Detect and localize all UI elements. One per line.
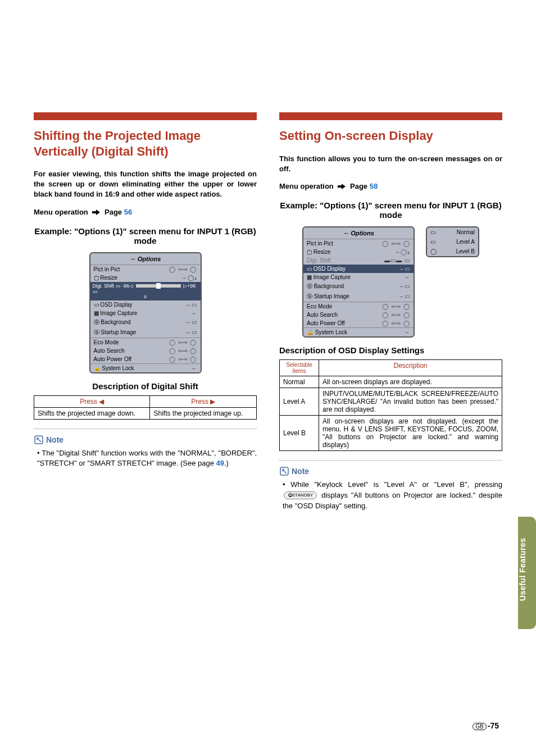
osd-item: Eco Mode: [94, 339, 119, 345]
osd-screenshot-left: ↔ Options Pict in Pict◯ ⇦⇨ ◯ ▢ Resize→◯₁…: [34, 252, 257, 374]
table-cell: Normal: [280, 376, 319, 388]
osd-item: System Lock: [102, 365, 134, 371]
menuop-page-label: Page: [105, 208, 122, 216]
table-cell: INPUT/VOLUME/MUTE/BLACK SCREEN/FREEZE/AU…: [319, 388, 502, 415]
section-bar: [34, 112, 257, 120]
toggle-icon: ◯ ⇦⇨ ◯: [382, 312, 410, 318]
example-heading-left: Example: "Options (1)" screen menu for I…: [34, 226, 257, 245]
osd-item: OSD Display: [100, 302, 132, 308]
submenu-item: Normal: [457, 229, 475, 235]
osd-submenu: ▭Normal ▭Level A ◯Level B: [426, 226, 479, 257]
osd-item: Resize: [314, 249, 331, 255]
intro-left: For easier viewing, this function shifts…: [34, 169, 257, 200]
page-link-49[interactable]: 49: [216, 459, 224, 467]
osd-item: Digi. Shift: [93, 283, 115, 289]
note-icon: [34, 435, 44, 445]
osd-item: Image Capture: [100, 310, 137, 316]
osd-item: Resize: [100, 275, 117, 281]
arrow-icon: →▭: [185, 329, 197, 335]
osd-item: Auto Power Off: [94, 356, 132, 362]
note-heading: Note: [279, 466, 502, 476]
page-number: -75: [488, 721, 499, 730]
osd-item-highlighted: ▭ OSD Display→▭: [303, 265, 414, 273]
svg-marker-2: [338, 184, 346, 189]
menuop-prefix: Menu operation: [279, 182, 334, 190]
table-cell: All on-screen displays are displayed.: [319, 376, 502, 388]
table-cell: Level B: [280, 415, 319, 450]
arrow-icon: →▭: [398, 293, 410, 299]
standby-button-icon: ⏻STANDBY: [284, 491, 317, 499]
note-body-left: • The "Digital Shift" function works wit…: [34, 448, 257, 470]
osd-slider-row: Digi. Shift ▭ -96◁ ▷+96 ▭ 0: [90, 282, 201, 300]
osd-display-table: Selectable items Description Normal All …: [279, 359, 502, 451]
menu-operation-right: Menu operation Page 58: [279, 182, 502, 190]
arrow-right-icon: [92, 208, 102, 216]
osd-title: ↔ Options: [90, 253, 201, 265]
arrow-icon: →: [191, 310, 197, 316]
right-column: Setting On-screen Display This function …: [279, 112, 502, 511]
osd-item: Eco Mode: [307, 303, 332, 309]
arrow-icon: →▭: [398, 266, 410, 272]
intro-right: This function allows you to turn the on-…: [279, 154, 502, 174]
page-link-56[interactable]: 56: [124, 208, 132, 216]
arrow-icon: →▭: [185, 302, 197, 308]
desc-heading-right: Description of OSD Display Settings: [279, 345, 502, 355]
arrow-right-icon: [338, 182, 348, 190]
dotted-rule: [34, 429, 257, 429]
note-icon: [279, 466, 289, 476]
arrow-icon: →▭: [185, 319, 197, 325]
osd-item: Background: [314, 283, 344, 289]
arrow-icon: →▭: [398, 283, 410, 289]
page: Shifting the Projected Image Vertically …: [0, 0, 536, 756]
note-heading: Note: [34, 435, 257, 445]
menuop-page-label: Page: [350, 182, 367, 190]
osd-item: Auto Search: [307, 312, 338, 318]
table-header: Selectable items: [280, 359, 319, 376]
toggle-icon: ◯ ⇦⇨ ◯: [169, 339, 197, 345]
toggle-icon: ◯ ⇦⇨ ◯: [382, 303, 410, 309]
toggle-icon: ◯ ⇦⇨ ◯: [382, 240, 410, 247]
menu-operation-left: Menu operation Page 56: [34, 208, 257, 216]
two-column-layout: Shifting the Projected Image Vertically …: [34, 112, 502, 511]
osd-item: Image Capture: [314, 274, 351, 280]
toggle-icon: ◯ ⇦⇨ ◯: [382, 320, 410, 326]
osd-item: Startup Image: [314, 293, 349, 299]
section-title-left: Shifting the Projected Image Vertically …: [34, 128, 257, 159]
left-column: Shifting the Projected Image Vertically …: [34, 112, 257, 511]
normal-icon: ▭: [430, 229, 435, 235]
osd-screenshot-right: ↔ Options Pict in Pict◯ ⇦⇨ ◯ ▢ Resize→◯₁…: [279, 226, 502, 338]
page-footer: GB-75: [473, 721, 499, 730]
arrow-icon: →◯₁: [394, 249, 410, 255]
submenu-item: Level A: [456, 239, 475, 245]
note-body-right: • While "Keylock Level" is "Level A" or …: [279, 480, 502, 512]
section-bar: [279, 112, 502, 120]
table-header: Press ◀: [34, 395, 150, 407]
arrow-icon: →: [404, 329, 410, 335]
table-cell: Level A: [280, 388, 319, 415]
osd-panel-right: ↔ Options Pict in Pict◯ ⇦⇨ ◯ ▢ Resize→◯₁…: [302, 226, 415, 338]
osd-title: ↔ Options: [303, 227, 414, 239]
submenu-item: Level B: [456, 248, 475, 254]
osd-item: Background: [101, 319, 130, 325]
page-link-58[interactable]: 58: [370, 182, 378, 190]
arrow-icon: →: [191, 365, 197, 371]
level-a-icon: ▭: [430, 239, 435, 245]
level-b-icon: ◯: [430, 248, 437, 254]
section-title-right: Setting On-screen Display: [279, 128, 502, 144]
digital-shift-table: Press ◀ Press ▶ Shifts the projected ima…: [34, 395, 257, 420]
osd-item: Pict in Pict: [307, 240, 333, 247]
table-header: Description: [319, 359, 502, 376]
slider-icon: ▬▭▬ ▭: [384, 257, 410, 263]
osd-item: System Lock: [315, 329, 347, 335]
table-cell: Shifts the projected image down.: [34, 407, 150, 419]
osd-panel-left: ↔ Options Pict in Pict◯ ⇦⇨ ◯ ▢ Resize→◯₁…: [89, 252, 202, 374]
desc-heading-left: Description of Digital Shift: [34, 381, 257, 391]
menuop-prefix: Menu operation: [34, 208, 88, 216]
osd-item: Auto Search: [94, 348, 125, 354]
osd-item: Auto Power Off: [307, 320, 345, 326]
side-tab: Useful Features: [518, 517, 536, 629]
example-heading-right: Example: "Options (1)" screen menu for I…: [279, 201, 502, 220]
osd-item: Startup Image: [101, 329, 136, 335]
toggle-icon: ◯ ⇦⇨ ◯: [169, 356, 197, 362]
arrow-icon: →: [404, 274, 410, 280]
